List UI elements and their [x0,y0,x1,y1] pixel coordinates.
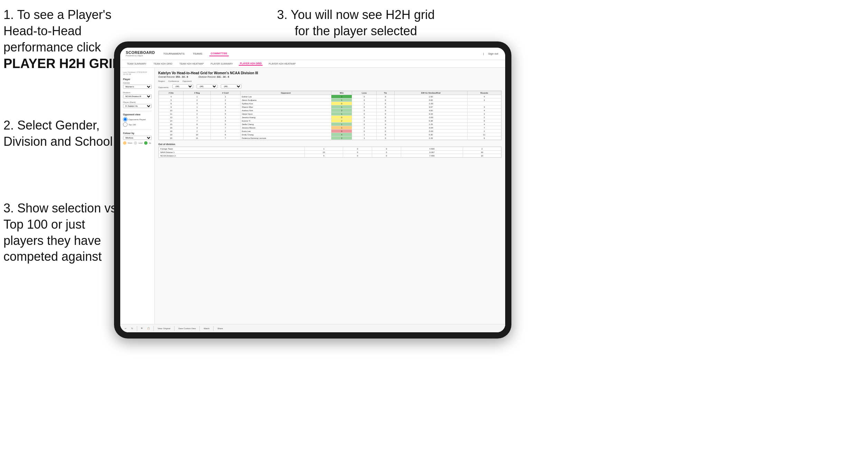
sidebar-timestamp: Last Updated: 27/03/2024 16:55:38 [123,71,152,75]
colour-by-section: Colour by Win/loss Down Level Up [123,132,152,145]
h2h-table: # Div # Reg # Conf Opponent Win Loss Tie… [159,91,501,140]
col-reg: # Reg [183,91,210,95]
main-content: Last Updated: 27/03/2024 16:55:38 Player… [120,68,505,332]
filter-all-region[interactable]: (All) [172,84,193,88]
filter-selects-row: Opponents: (All) (All) (All) [158,84,502,88]
legend-level-label: Level [139,142,143,144]
out-div-table-row: NCAA Division 2 5 0 0 7.400 10 [159,154,501,158]
table-row: 13 1 1 Jessica Huang 0 0 0 -3.00 2 [159,116,501,119]
filter-all-conference[interactable]: (All) [197,84,217,88]
sidebar-player-label: Player [123,78,152,80]
division-record: Division Record: 331 - 34 - 6 [198,76,229,78]
logo: SCOREBOARD Powered by clippd [126,51,155,57]
nav-tournaments[interactable]: TOURNAMENTS [162,51,186,56]
table-row: 11 2 5 Heejo Hyun 1 0 0 3.33 3 [159,112,501,116]
instruction-step3-header: 3. You will now see H2H grid for the pla… [270,7,442,39]
toolbar-sep4 [199,326,200,331]
nav-right: | Sign out [483,51,500,56]
radio-opponents-played[interactable]: Opponents Played [123,117,152,122]
col-diff: Diff Av Strokes/Rnd [394,91,467,95]
nav-items: TOURNAMENTS TEAMS COMMITTEE [162,51,476,56]
sub-nav-player-h2h-heatmap[interactable]: PLAYER H2H HEATMAP [267,62,296,65]
table-row: 10 6 3 Andrea York 2 0 0 4.00 4 [159,109,501,112]
table-row: 14 7 4 Eunice Yi 2 2 0 0.38 9 [159,119,501,123]
sidebar: Last Updated: 27/03/2024 16:55:38 Player… [120,68,155,332]
colour-legend: Down Level Up [123,141,152,145]
sub-nav-player-h2h-grid[interactable]: PLAYER H2H GRID [239,62,263,66]
legend-down-label: Down [128,142,132,144]
save-custom-view-btn[interactable]: Save Custom View [177,327,197,330]
separator-icon: | [483,52,484,55]
out-div-table-row: Foreign Team 1 0 0 4.500 2 [159,147,501,151]
nav-committee[interactable]: COMMITTEE [209,51,229,56]
sub-nav-team-summary[interactable]: TEAM SUMMARY [126,62,148,65]
filter-conference-group: Conference [168,80,179,82]
sidebar-player-rank-label: Player (Rank) [123,101,152,103]
opponents-label: Opponents: [158,86,169,88]
table-row: 5 2 2 Alexis Sudjianto 1 0 0 4.00 3 [159,98,501,102]
share-btn[interactable]: Share [216,327,224,330]
opponent-view-label: Opponent view [123,113,152,116]
watch-btn[interactable]: Watch [202,327,210,330]
radio-top100[interactable]: Top 100 [123,122,152,127]
main-navbar: SCOREBOARD Powered by clippd TOURNAMENTS… [120,48,505,60]
nav-teams[interactable]: TEAMS [191,51,204,56]
legend-up-dot [144,141,148,145]
table-row: 15 8 5 Stella Cheng 1 0 0 1.25 4 [159,123,501,126]
toolbar-sep3 [174,326,174,331]
col-tie: Tie [376,91,394,95]
sign-out-link[interactable]: Sign out [487,51,500,56]
table-row: 6 3 3 Sydney Kuo 0 1 0 -1.00 [159,102,501,105]
table-row: 20 11 7 Federica Domenq Lacroze 2 1 0 1.… [159,136,501,140]
opponent-view-section: Opponent view Opponents Played Top 100 [123,113,152,127]
overall-record: Overall Record: 353 - 34 - 6 [158,76,188,78]
legend-level-dot [134,141,137,145]
sub-navbar: TEAM SUMMARY TEAM H2H GRID TEAM H2H HEAT… [120,60,505,68]
out-of-div-table: Foreign Team 1 0 0 4.500 2 NAIA Division… [159,147,501,158]
sidebar-gender-select[interactable]: Women's [123,85,152,89]
out-div-table-row: NAIA Division 1 15 0 0 9.267 30 [159,151,501,154]
filter-all-opponent[interactable]: (All) [221,84,242,88]
h2h-table-wrapper: # Div # Reg # Conf Opponent Win Loss Tie… [158,90,502,140]
page-records: Overall Record: 353 - 34 - 6 Division Re… [158,76,502,78]
tablet-screen: SCOREBOARD Powered by clippd TOURNAMENTS… [120,48,505,332]
sub-nav-team-h2h-heatmap[interactable]: TEAM H2H HEATMAP [178,62,205,65]
table-row: 9 1 4 Sharon Mun 1 0 0 3.67 3 [159,105,501,109]
tablet-frame: SCOREBOARD Powered by clippd TOURNAMENTS… [114,41,511,339]
table-row: 4 1 1 Esther Lee 1 0 0 1.50 4 [159,95,501,98]
filter-opponent-group: Opponent [182,80,191,82]
legend-up-label: Up [149,142,151,144]
sidebar-division-label: Division [123,92,152,94]
sidebar-division-control: Division NCAA Division III [123,92,152,98]
filter-region-group: Region [158,80,165,82]
col-conf: # Conf [210,91,240,95]
table-row: 19 10 6 Emily Chang 4 1 0 0.30 11 [159,133,501,136]
sidebar-player-rank-select[interactable]: 8. Katelyn Vo [123,104,152,108]
col-loss: Loss [352,91,376,95]
table-row: 16 3 7 Jessica Mason 1 2 0 -0.94 7 [159,126,501,130]
filter-region-label: Region [158,80,165,82]
col-rounds: Rounds [467,91,501,95]
sidebar-player-rank-control: Player (Rank) 8. Katelyn Vo [123,101,152,108]
sub-nav-team-h2h-grid[interactable]: TEAM H2H GRID [152,62,173,65]
content-area: Katelyn Vo Head-to-Head Grid for Women's… [155,68,505,332]
col-win: Win [331,91,352,95]
page-title: Katelyn Vo Head-to-Head Grid for Women's… [158,71,502,75]
bottom-toolbar: ↩ ↻ ⧉ 📋 View: Original Save Custom View … [155,324,505,332]
out-of-div-table-wrapper: Foreign Team 1 0 0 4.500 2 NAIA Division… [158,146,502,158]
view-original-btn[interactable]: View: Original [157,327,171,330]
sidebar-division-select[interactable]: NCAA Division III [123,94,152,98]
sub-nav-player-summary[interactable]: PLAYER SUMMARY [210,62,234,65]
table-row: 18 2 2 Euna Lee 0 0 0 -5.00 2 [159,130,501,133]
filter-opponent-label: Opponent [182,80,191,82]
out-of-division-label: Out of division [158,143,502,145]
col-div: # Div [159,91,183,95]
sidebar-gender-control: Gender Women's [123,82,152,89]
colour-by-select[interactable]: Win/loss [123,136,152,140]
toolbar-sep5 [213,326,214,331]
filter-conference-label: Conference [168,80,179,82]
filter-row: Region Conference Opponent [158,80,502,82]
col-opponent: Opponent [240,91,331,95]
instruction-step2: 2. Select Gender, Division and School [3,117,114,150]
sidebar-gender-label: Gender [123,82,152,84]
